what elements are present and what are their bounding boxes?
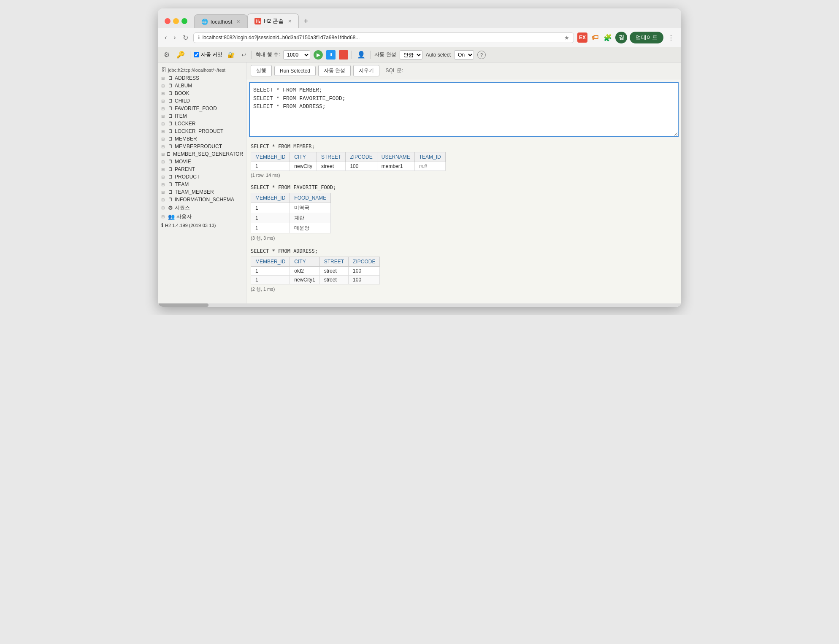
table-label: CHILD (175, 98, 190, 104)
table-icon: 🗒 (168, 90, 173, 96)
table-label: ITEM (175, 113, 187, 119)
sequences-label: 시퀀스 (175, 204, 190, 211)
sidebar-item-child[interactable]: ⊞🗒CHILD (158, 97, 246, 105)
address-text: localhost:8082/login.do?jsessionid=b0d3a… (203, 35, 360, 41)
sidebar-item-album[interactable]: ⊞🗒ALBUM (158, 82, 246, 89)
sidebar-item-item[interactable]: ⊞🗒ITEM (158, 112, 246, 120)
sidebar-item-parent[interactable]: ⊞🗒PARENT (158, 165, 246, 173)
table-label: INFORMATION_SCHEMA (175, 197, 234, 203)
sidebar-item-information_schema[interactable]: ⊞🗒INFORMATION_SCHEMA (158, 196, 246, 203)
extension-ex[interactable]: EX (577, 32, 587, 43)
add-tab-button[interactable]: + (299, 14, 314, 28)
commit-icon[interactable]: 🔐 (226, 51, 236, 59)
minimize-button[interactable] (173, 18, 179, 24)
clear-button[interactable]: 지우기 (353, 65, 379, 76)
settings-icon[interactable]: ⚙ (162, 50, 171, 60)
scrollbar-thumb[interactable] (158, 303, 208, 307)
expand-icon: ⊞ (161, 129, 166, 134)
limit-select[interactable]: 안함 자동 (400, 50, 422, 60)
result-info-2: (2 행, 1 ms) (251, 286, 677, 292)
user-icon[interactable]: 👤 (355, 50, 367, 60)
table-cell: 1 (251, 213, 290, 223)
auto-commit-input[interactable] (194, 52, 199, 57)
expand-icon: ⊞ (161, 91, 166, 96)
col-header: STREET (319, 257, 348, 267)
col-header: TEAM_ID (414, 152, 445, 162)
table-cell: null (414, 162, 445, 171)
expand-icon: ⊞ (161, 144, 166, 149)
close-button[interactable] (165, 18, 171, 24)
scrollbar-area[interactable] (158, 303, 681, 307)
key-icon[interactable]: 🔑 (175, 50, 187, 60)
table-icon: 🗒 (168, 98, 173, 104)
maximize-button[interactable] (181, 18, 187, 24)
sidebar-item-locker_product[interactable]: ⊞🗒LOCKER_PRODUCT (158, 127, 246, 135)
tab-h2-close[interactable]: ✕ (288, 19, 292, 24)
extension-tag[interactable]: 🏷 (590, 32, 600, 43)
tab-localhost-close[interactable]: ✕ (236, 19, 240, 24)
expand-icon: ⊞ (161, 106, 166, 111)
max-rows-select[interactable]: 1000 100 500 10000 (283, 50, 310, 60)
col-header: FOOD_NAME (290, 193, 331, 203)
extension-puzzle[interactable]: 🧩 (603, 32, 613, 43)
run-icon[interactable]: ▶ (314, 50, 323, 60)
sidebar-item-sequences[interactable]: ⊞ ⚙ 시퀀스 (158, 203, 246, 212)
table-cell: 1 (251, 223, 290, 233)
table-cell: 계란 (290, 213, 331, 223)
users-label: 사용자 (176, 213, 192, 220)
result-info-1: (3 행, 3 ms) (251, 235, 677, 241)
col-header: STREET (317, 152, 346, 162)
result-block-2: SELECT * FROM ADDRESS;MEMBER_IDCITYSTREE… (251, 248, 677, 292)
back-button[interactable]: ‹ (163, 33, 168, 42)
table-label: MOVIE (175, 159, 191, 165)
avatar[interactable]: 경 (615, 32, 627, 43)
max-rows-label: 최대 행 수: (255, 51, 280, 58)
run-button[interactable]: 실행 (251, 65, 272, 76)
pause-icon[interactable]: ⏸ (326, 50, 336, 60)
expand-icon: ⊞ (161, 198, 166, 202)
menu-button[interactable]: ⋮ (666, 33, 676, 43)
sidebar-item-team[interactable]: ⊞🗒TEAM (158, 181, 246, 188)
sidebar-item-users[interactable]: ⊞ 👥 사용자 (158, 212, 246, 221)
db-root[interactable]: 🗄 jdbc:h2:tcp://localhost/~/test (158, 66, 246, 74)
table-label: LOCKER_PRODUCT (175, 128, 223, 134)
sidebar-item-memberproduct[interactable]: ⊞🗒MEMBERPRODUCT (158, 143, 246, 150)
table-label: MEMBER_SEQ_GENERATOR (173, 151, 243, 157)
table-cell: 1 (251, 203, 290, 213)
refresh-button[interactable]: ↻ (181, 33, 190, 43)
stop-icon[interactable] (339, 50, 348, 60)
sql-editor[interactable]: SELECT * FROM MEMBER; SELECT * FROM FAVO… (249, 82, 679, 137)
sidebar-item-book[interactable]: ⊞🗒BOOK (158, 89, 246, 97)
h2-toolbar: ⚙ 🔑 자동 커밋 🔐 ↩ 최대 행 수: 1000 100 500 10000… (158, 47, 681, 62)
sidebar-item-movie[interactable]: ⊞🗒MOVIE (158, 158, 246, 165)
auto-complete-button[interactable]: 자동 완성 (318, 65, 351, 76)
traffic-lights (165, 18, 187, 24)
col-header: MEMBER_ID (251, 152, 290, 162)
sidebar-item-product[interactable]: ⊞🗒PRODUCT (158, 173, 246, 181)
sidebar-item-favorite_food[interactable]: ⊞🗒FAVORITE_FOOD (158, 105, 246, 112)
auto-complete-toolbar-label: 자동 완성 (374, 51, 396, 58)
tab-h2[interactable]: H₂ H2 콘솔 ✕ (247, 14, 298, 28)
forward-button[interactable]: › (172, 33, 177, 42)
action-bar: 실행 Run Selected 자동 완성 지우기 SQL 문: (246, 62, 681, 79)
result-table-2: MEMBER_IDCITYSTREETZIPCODE1old2street100… (251, 257, 380, 284)
auto-select-select[interactable]: On Off (454, 50, 474, 60)
help-button[interactable]: ? (477, 51, 486, 59)
update-button[interactable]: 업데이트 (630, 32, 663, 43)
nav-actions: EX 🏷 🧩 경 업데이트 ⋮ (577, 32, 676, 43)
table-cell: newCity1 (290, 276, 319, 284)
sidebar-item-address[interactable]: ⊞🗒ADDRESS (158, 74, 246, 82)
tab-localhost[interactable]: 🌐 localhost ✕ (194, 14, 247, 28)
address-bar[interactable]: ℹ localhost:8082/login.do?jsessionid=b0d… (193, 32, 574, 43)
sidebar-item-member_seq_generator[interactable]: ⊞🗒MEMBER_SEQ_GENERATOR (158, 150, 246, 158)
sidebar-item-member[interactable]: ⊞🗒MEMBER (158, 135, 246, 143)
rollback-icon[interactable]: ↩ (240, 51, 248, 59)
table-cell: old2 (290, 267, 319, 276)
table-icon: 🗒 (168, 166, 173, 172)
sidebar-item-locker[interactable]: ⊞🗒LOCKER (158, 120, 246, 127)
content-area: 실행 Run Selected 자동 완성 지우기 SQL 문: SELECT … (246, 62, 681, 303)
run-selected-button[interactable]: Run Selected (274, 66, 316, 76)
table-label: LOCKER (175, 121, 195, 127)
sidebar-item-team_member[interactable]: ⊞🗒TEAM_MEMBER (158, 188, 246, 196)
auto-commit-checkbox[interactable]: 자동 커밋 (194, 51, 222, 58)
